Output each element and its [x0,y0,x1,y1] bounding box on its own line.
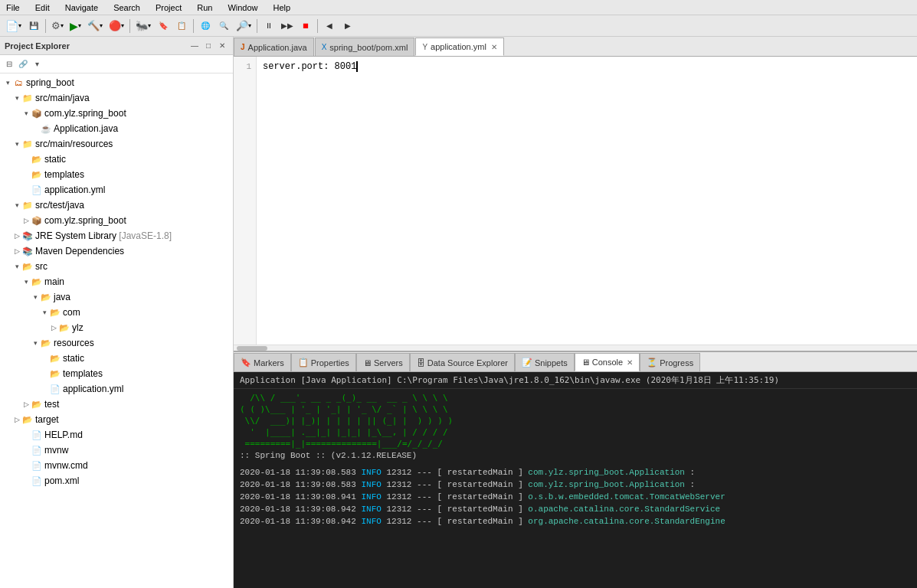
run-dropdown[interactable]: ▶▾ [67,18,84,34]
debug-dropdown[interactable]: ⚙▾ [49,18,66,34]
tree-item-maven[interactable]: ▷ 📚 Maven Dependencies [0,243,233,259]
tree-item-java2[interactable]: ▾ 📂 java [0,289,233,305]
tree-item-static[interactable]: 📂 static [0,152,233,167]
new-button[interactable]: 📄▾ [3,18,24,34]
arrow-static2 [40,354,49,363]
collapse-all-button[interactable]: ⊟ [3,58,15,70]
menu-edit[interactable]: Edit [32,2,53,14]
log-level-5: INFO [361,517,381,526]
forward-btn[interactable]: ▶ [339,18,356,34]
log-thread-1: restartedMain [447,468,513,477]
tree-item-src-test-java[interactable]: ▾ 📁 src/test/java [0,198,233,213]
task-button[interactable]: 📋 [173,18,190,34]
menu-file[interactable]: File [3,2,23,14]
menu-window[interactable]: Window [224,2,260,14]
tab-pom-xml[interactable]: X spring_boot/pom.xml [315,38,415,56]
tree-item-resources2[interactable]: ▾ 📂 resources [0,335,233,351]
tab-markers[interactable]: 🔖 Markers [234,353,291,371]
tab-close-console[interactable]: ✕ [627,358,633,367]
log-level-1: INFO [361,468,381,477]
tree-item-jre[interactable]: ▷ 📚 JRE System Library [JavaSE-1.8] [0,228,233,243]
tab-label-application-java: Application.java [248,43,307,52]
log-class-2: com.ylz.spring_boot.Application [528,480,685,489]
tab-close-yml[interactable]: ✕ [491,43,497,51]
tree-item-src[interactable]: ▾ 📂 src [0,259,233,274]
menu-help[interactable]: Help [270,2,294,14]
tree-item-templates[interactable]: 📂 templates [0,167,233,182]
minimize-button[interactable]: — [188,40,201,52]
tab-application-java[interactable]: J Application.java [234,38,314,56]
tree-item-mvnw[interactable]: 📄 mvnw [0,443,233,458]
save-button[interactable]: 💾 [25,18,42,34]
close-panel-button[interactable]: ✕ [216,40,228,52]
tree-item-com[interactable]: ▾ 📂 com [0,305,233,320]
cmd-file-icon: 📄 [31,459,43,472]
menu-run[interactable]: Run [194,2,215,14]
menu-search[interactable]: Search [110,2,143,14]
tree-item-target[interactable]: ▷ 📂 target [0,412,233,427]
tab-properties[interactable]: 📋 Properties [291,353,356,371]
arrow-help-md [21,430,31,439]
com-folder-icon: 📂 [49,306,61,318]
log-close-2: ] [518,480,528,489]
search-button[interactable]: 🔍 [215,18,232,34]
tree-item-application-java[interactable]: ☕ Application.java [0,121,233,136]
panel-menu-button[interactable]: ▾ [31,58,43,70]
build-dropdown[interactable]: 🔨▾ [85,18,105,34]
tree-item-templates2[interactable]: 📂 templates [0,366,233,381]
step-over[interactable]: ⏸ [260,18,277,34]
menu-navigate[interactable]: Navigate [62,2,101,14]
tree-item-src-main-resources[interactable]: ▾ 📁 src/main/resources [0,136,233,152]
menu-project[interactable]: Project [152,2,185,14]
back-btn[interactable]: ◀ [321,18,338,34]
code-area[interactable]: server.port: 8001 [257,57,917,345]
maximize-button[interactable]: □ [202,40,215,52]
tree-item-com-ylz2[interactable]: ▷ 📦 com.ylz.spring_boot [0,213,233,228]
coverage-dropdown[interactable]: 🔴▾ [106,18,126,34]
servers-icon: 🖥 [363,358,372,368]
tab-servers[interactable]: 🖥 Servers [356,353,410,371]
log-pid-5: 12312 --- [ [386,517,442,526]
search-dropdown[interactable]: 🔎▾ [234,18,254,34]
tab-console[interactable]: 🖥 Console ✕ [575,353,640,371]
stop[interactable]: ⏹ [297,18,314,34]
tree-item-spring-boot[interactable]: ▾ 🗂 spring_boot [0,75,233,90]
tab-application-yml[interactable]: Y application.yml ✕ [415,38,503,56]
tree-item-app-yml[interactable]: 📄 application.yml [0,182,233,198]
console-body[interactable]: /\\ / ___'_ __ _ _(_)_ __ __ _ \ \ \ \ (… [234,389,917,588]
scrollbar-thumb[interactable] [237,346,267,351]
resume[interactable]: ▶▶ [279,18,296,34]
console-header: Application [Java Application] C:\Progra… [234,372,917,389]
tab-label-snippets: Snippets [535,358,568,368]
log-line-1: 2020-01-18 11:39:08.583 INFO 12312 --- [… [240,466,911,479]
label-ylz: ylz [72,322,84,333]
main-folder-icon: 📂 [31,276,43,288]
label-maven: Maven Dependencies [35,246,124,256]
tab-label-datasource: Data Source Explorer [427,358,508,368]
editor-scrollbar[interactable] [234,345,917,351]
tree-item-com-ylz[interactable]: ▾ 📦 com.ylz.spring_boot [0,106,233,121]
label-mvnw: mvnw [44,445,68,456]
tree-item-pom-xml[interactable]: 📄 pom.xml [0,473,233,488]
tab-snippets[interactable]: 📝 Snippets [515,353,575,371]
tree-item-main[interactable]: ▾ 📂 main [0,274,233,289]
link-editor-button[interactable]: 🔗 [17,58,29,70]
ant-dropdown[interactable]: 🐜▾ [133,18,153,34]
tree-item-ylz[interactable]: ▷ 📂 ylz [0,320,233,335]
tree-item-help-md[interactable]: 📄 HELP.md [0,427,233,443]
bookmark-button[interactable]: 🔖 [155,18,172,34]
log-line-3: 2020-01-18 11:39:08.941 INFO 12312 --- [… [240,491,911,503]
arrow-src-main-resources: ▾ [12,139,21,149]
src-icon: 📂 [21,260,34,273]
browser-button[interactable]: 🌐 [197,18,214,34]
sep1 [45,19,46,33]
tree-item-src-main-java[interactable]: ▾ 📁 src/main/java [0,90,233,106]
tab-datasource[interactable]: 🗄 Data Source Explorer [410,353,515,371]
tab-progress[interactable]: ⏳ Progress [640,353,700,371]
tree-item-app-yml2[interactable]: 📄 application.yml [0,381,233,397]
tree-item-static2[interactable]: 📂 static [0,351,233,366]
test-folder-icon: 📁 [21,199,34,211]
tree-item-test[interactable]: ▷ 📂 test [0,397,233,412]
panel-toolbar: ⊟ 🔗 ▾ [0,55,233,74]
tree-item-mvnw-cmd[interactable]: 📄 mvnw.cmd [0,458,233,473]
